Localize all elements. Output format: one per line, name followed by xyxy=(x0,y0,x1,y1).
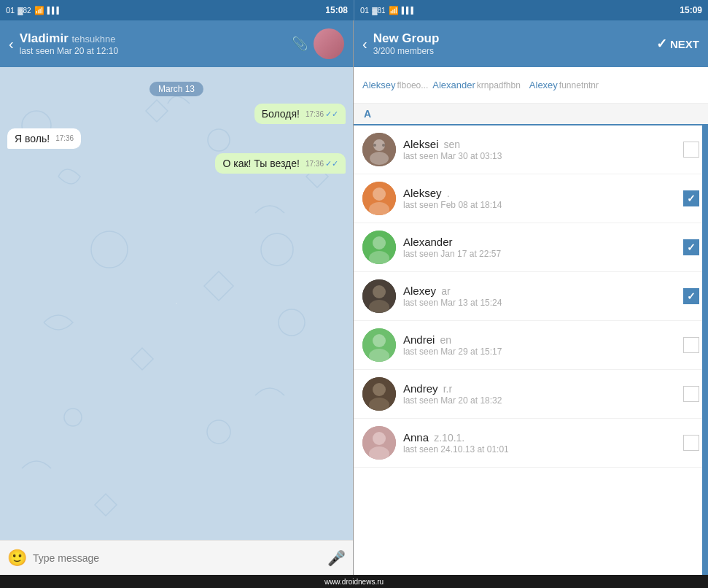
contact-avatar xyxy=(362,377,396,411)
contact-checkbox[interactable]: ✓ xyxy=(683,239,699,255)
contact-name: Anna z.10.1. xyxy=(403,431,676,444)
contact-last-seen: last seen 24.10.13 at 01:01 xyxy=(403,444,676,454)
selected-member-chip[interactable]: Alexander krnpadfhbn xyxy=(432,80,521,90)
contact-info: Anna z.10.1. last seen 24.10.13 at 01:01 xyxy=(403,431,676,454)
selected-member-chip[interactable]: Alexey funnetntnr xyxy=(529,80,599,90)
left-battery-icon: ▓82 xyxy=(17,7,31,15)
contact-checkbox[interactable] xyxy=(683,386,699,402)
svg-point-5 xyxy=(261,233,293,266)
contact-checkbox[interactable] xyxy=(683,337,699,353)
contact-info: Alexey ar last seen Mar 13 at 15:24 xyxy=(403,285,676,308)
svg-point-9 xyxy=(370,152,389,165)
list-item[interactable]: Aleksey . last seen Feb 08 at 18:14 ✓ xyxy=(354,174,708,223)
emoji-button[interactable]: 🙂 xyxy=(7,549,27,568)
chat-header-info: Vladimir tehsukhne last seen Mar 20 at 1… xyxy=(20,31,286,56)
message-bubble-sent: Болодя! 17:36 ✓✓ xyxy=(254,104,346,124)
chat-header-icons: 📎 xyxy=(292,36,308,52)
contact-avatar xyxy=(362,426,396,460)
group-back-button[interactable]: ‹ xyxy=(362,36,367,53)
section-letter: A xyxy=(364,108,371,120)
svg-point-2 xyxy=(91,231,128,268)
left-time: 15:08 xyxy=(325,5,348,15)
chat-avatar[interactable] xyxy=(314,28,344,59)
chat-messages-area[interactable]: March 13 Болодя! 17:36 ✓✓ Я воль! 17:36 xyxy=(0,67,353,540)
list-item[interactable]: Aleksei sen last seen Mar 30 at 03:13 xyxy=(354,125,708,174)
message-meta: 17:36 xyxy=(55,134,74,142)
right-battery-icon: ▓81 xyxy=(372,7,385,15)
selected-member-chip[interactable]: Aleksey flboeo... xyxy=(362,80,428,90)
contact-checkbox[interactable]: ✓ xyxy=(683,190,699,206)
list-item[interactable]: Alexey ar last seen Mar 13 at 15:24 ✓ xyxy=(354,272,708,321)
contact-last-seen: last seen Mar 30 at 03:13 xyxy=(403,151,676,161)
svg-point-6 xyxy=(207,420,230,444)
contact-info: Aleksey . last seen Feb 08 at 18:14 xyxy=(403,187,676,210)
list-item[interactable]: Andrey r.r last seen Mar 20 at 18:32 xyxy=(354,370,708,419)
contact-info: Andrey r.r last seen Mar 20 at 18:32 xyxy=(403,382,676,406)
left-wifi-icon: 📶 xyxy=(34,6,44,15)
chat-input-bar: 🙂 🎤 xyxy=(0,540,353,575)
svg-point-19 xyxy=(373,285,386,298)
list-item[interactable]: Alexander last seen Jan 17 at 22:57 ✓ xyxy=(354,223,708,272)
chat-username: tehsukhne xyxy=(72,34,116,45)
svg-point-13 xyxy=(373,187,386,201)
message-row: Я воль! 17:36 xyxy=(7,128,346,149)
svg-point-16 xyxy=(373,236,386,249)
next-check-icon: ✓ xyxy=(656,36,667,52)
contact-last-seen: last seen Mar 13 at 15:24 xyxy=(403,298,676,308)
svg-point-10 xyxy=(373,144,376,147)
svg-point-28 xyxy=(373,432,386,445)
contact-avatar xyxy=(362,182,396,215)
contact-name: Alexey ar xyxy=(403,285,676,297)
chat-last-seen: last seen Mar 20 at 12:10 xyxy=(20,46,286,56)
contact-avatar xyxy=(362,328,396,362)
message-row: О как! Ты везде! 17:36 ✓✓ xyxy=(7,153,346,174)
svg-point-4 xyxy=(64,409,82,426)
read-checkmarks: ✓✓ xyxy=(325,109,338,119)
right-time: 15:09 xyxy=(680,5,702,15)
next-button[interactable]: ✓ NEXT xyxy=(656,36,699,52)
group-title: New Group xyxy=(373,31,650,46)
contact-name: Andrey r.r xyxy=(403,382,676,395)
selected-members-bar: Aleksey flboeo... Alexander krnpadfhbn A… xyxy=(354,67,708,104)
group-panel: ‹ New Group 3/200 members ✓ NEXT Aleksey… xyxy=(354,20,708,575)
right-status-bar: 01 ▓81 📶 ▌▌▌ 15:09 xyxy=(354,0,708,20)
contacts-list: Aleksei sen last seen Mar 30 at 03:13 xyxy=(354,125,708,575)
date-badge: March 13 xyxy=(149,82,203,96)
contact-checkbox[interactable] xyxy=(683,435,699,451)
attach-icon[interactable]: 📎 xyxy=(292,36,308,52)
chat-contact-name: Vladimir tehsukhne xyxy=(20,31,286,46)
microphone-button[interactable]: 🎤 xyxy=(327,549,346,567)
svg-point-3 xyxy=(279,309,305,336)
read-checkmarks: ✓✓ xyxy=(325,159,338,169)
contact-avatar xyxy=(362,133,396,166)
message-text: Я воль! xyxy=(15,133,50,144)
date-separator: March 13 xyxy=(7,82,346,96)
avatar-photo-icon xyxy=(362,133,396,166)
right-wifi-icon: 📶 xyxy=(389,6,399,15)
message-meta: 17:36 ✓✓ xyxy=(306,109,338,119)
right-signal-icon: ▌▌▌ xyxy=(402,7,416,14)
scrollbar[interactable] xyxy=(702,125,708,575)
contact-checkbox[interactable]: ✓ xyxy=(683,288,699,304)
list-item[interactable]: Andrei en last seen Mar 29 at 15:17 xyxy=(354,321,708,370)
left-signal-icon: ▌▌▌ xyxy=(47,7,61,14)
avatar-silhouette-icon xyxy=(362,231,396,264)
group-header-info: New Group 3/200 members xyxy=(373,31,650,56)
message-bubble-sent: О как! Ты везде! 17:36 ✓✓ xyxy=(215,153,346,174)
svg-point-25 xyxy=(373,383,386,396)
contact-avatar xyxy=(362,279,396,313)
contacts-area: Aleksei sen last seen Mar 30 at 03:13 xyxy=(354,125,708,575)
avatar-silhouette-icon xyxy=(362,328,396,362)
contact-checkbox[interactable] xyxy=(683,142,699,158)
message-input[interactable] xyxy=(33,552,322,564)
chat-back-button[interactable]: ‹ xyxy=(9,36,14,53)
checkbox-check-icon: ✓ xyxy=(687,241,696,253)
contact-info: Aleksei sen last seen Mar 30 at 03:13 xyxy=(403,138,676,161)
chat-header: ‹ Vladimir tehsukhne last seen Mar 20 at… xyxy=(0,20,353,67)
svg-point-11 xyxy=(382,144,385,147)
avatar-silhouette-icon xyxy=(362,182,396,215)
list-item[interactable]: Anna z.10.1. last seen 24.10.13 at 01:01 xyxy=(354,419,708,468)
contact-name: Aleksei sen xyxy=(403,138,676,150)
contact-last-seen: last seen Mar 20 at 18:32 xyxy=(403,395,676,406)
avatar-photo-icon xyxy=(362,279,396,313)
